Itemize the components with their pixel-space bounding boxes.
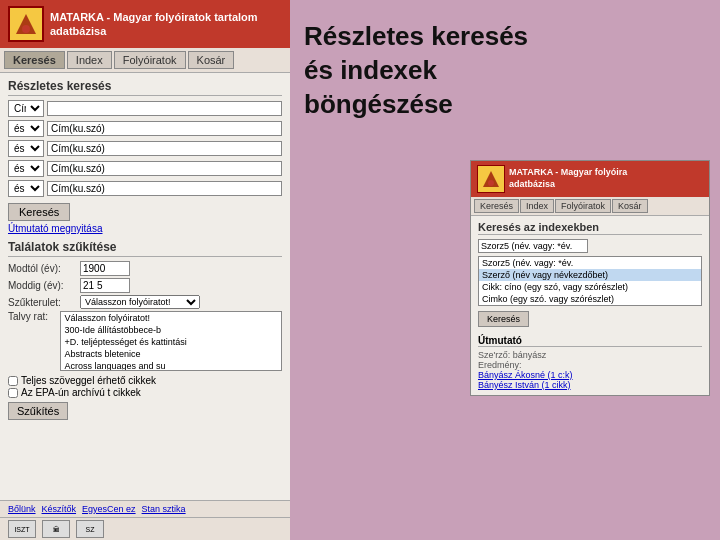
mini-logo: [477, 165, 505, 193]
checkbox-epa[interactable]: [8, 388, 18, 398]
szakteru-label: Szűkterulet:: [8, 297, 76, 308]
tol-input[interactable]: [80, 261, 130, 276]
app-title: MATARKA - Magyar folyóiratok tartalom ad…: [50, 10, 258, 39]
search-input-5[interactable]: [47, 181, 282, 196]
mini-title-line1: MATARKA - Magyar folyóira: [509, 167, 627, 179]
slide-title-line3: böngészése: [304, 89, 453, 119]
folyoirat-list[interactable]: Válasszon folyóiratot! 300-Ide állítástö…: [60, 311, 282, 371]
search-row-3: és: [8, 140, 282, 157]
ig-input[interactable]: [80, 278, 130, 293]
search-row-4: és: [8, 160, 282, 177]
folyoirat-label: Talvy rat:: [8, 311, 56, 322]
mini-mutato-title: Útmutató: [478, 335, 702, 347]
logo-iszt: ISZT: [8, 520, 36, 538]
search-row-5: és: [8, 180, 282, 197]
szukites-title: Találatok szűkítése: [8, 240, 282, 257]
mini-header: MATARKA - Magyar folyóira adatbázisa: [471, 161, 709, 197]
search-select-5[interactable]: és: [8, 180, 44, 197]
checkbox-teljes[interactable]: [8, 376, 18, 386]
search-input-2[interactable]: [47, 121, 282, 136]
app-header: MATARKA - Magyar folyóiratok tartalom ad…: [0, 0, 290, 48]
nav-btn-index[interactable]: Index: [67, 51, 112, 69]
search-row-2: és: [8, 120, 282, 137]
mini-app-title: MATARKA - Magyar folyóira adatbázisa: [509, 167, 627, 190]
search-input-3[interactable]: [47, 141, 282, 156]
mini-title-line2: adatbázisa: [509, 179, 627, 191]
mini-dropdown[interactable]: Szorz5 (név. vagy: *év. Szerző (név vagy…: [478, 256, 702, 306]
slide-title-line1: Részletes keresés: [304, 21, 528, 51]
mini-search-row-1: [478, 239, 702, 253]
nav-btn-folyóiratok[interactable]: Folyóiratok: [114, 51, 186, 69]
list-item[interactable]: Válasszon folyóiratot!: [61, 312, 281, 324]
ig-row: Moddig (év):: [8, 278, 282, 293]
list-item[interactable]: Abstracts bletenice: [61, 348, 281, 360]
slide-title-line2: és indexek: [304, 55, 437, 85]
checkbox-teljes-label: Teljes szöveggel érhető cikkek: [21, 375, 156, 386]
mini-szerzo-label: Sze'rző: bányász: [478, 350, 702, 360]
slide-title: Részletes keresés és indexek böngészése: [304, 20, 528, 121]
bottom-nav: Bőlünk Készítők EgyesCen ez Stan sztika: [0, 500, 290, 517]
nav-btn-keresés[interactable]: Keresés: [4, 51, 65, 69]
left-panel: MATARKA - Magyar folyóiratok tartalom ad…: [0, 0, 290, 540]
folyoirat-row: Talvy rat: Válasszon folyóiratot! 300-Id…: [8, 311, 282, 373]
mini-content: Keresés az indexekben Szorz5 (név. vagy:…: [471, 216, 709, 395]
mini-index-title: Keresés az indexekben: [478, 221, 702, 235]
svg-point-2: [22, 25, 30, 33]
search-input-1[interactable]: [47, 101, 282, 116]
list-item[interactable]: Cimko (egy szó. vagy szórészlet): [479, 293, 701, 305]
search-input-4[interactable]: [47, 161, 282, 176]
panel-content: Részletes keresés Cím(ku.szó) és és és: [0, 73, 290, 500]
app-logo: [8, 6, 44, 42]
search-row-1: Cím(ku.szó): [8, 100, 282, 117]
list-item[interactable]: +D. teljéptességet és kattintási: [61, 336, 281, 348]
logo-2: 🏛: [42, 520, 70, 538]
szukites-section: Találatok szűkítése Modtól (év): Moddig …: [8, 240, 282, 420]
mutato-link[interactable]: Útmutató megnyitása: [8, 223, 282, 234]
mini-eredmeny-label: Eredmény:: [478, 360, 702, 370]
mini-mutato-section: Útmutató Sze'rző: bányász Eredmény: Bány…: [478, 335, 702, 390]
search-select-4[interactable]: és: [8, 160, 44, 177]
checkbox-epa-row: Az EPA-ún archívú t cikkek: [8, 387, 282, 398]
list-item[interactable]: 300-Ide állítástöbbece-b: [61, 324, 281, 336]
checkbox-teljes-row: Teljes szöveggel érhető cikkek: [8, 375, 282, 386]
mini-nav-kosár[interactable]: Kosár: [612, 199, 648, 213]
bottom-nav-sztika[interactable]: Stan sztika: [142, 504, 186, 514]
tol-row: Modtól (év):: [8, 261, 282, 276]
logo-szechenyi: SZ: [76, 520, 104, 538]
mini-search-input[interactable]: [478, 239, 588, 253]
mini-result-2[interactable]: Bányész István (1 cikk): [478, 380, 702, 390]
app-title-line1: MATARKA - Magyar folyóiratok tartalom: [50, 10, 258, 24]
bottom-nav-bolunk[interactable]: Bőlünk: [8, 504, 36, 514]
search-select-2[interactable]: és: [8, 120, 44, 137]
mini-nav-folyóiratok[interactable]: Folyóiratok: [555, 199, 611, 213]
right-panel: Részletes keresés és indexek böngészése …: [290, 0, 720, 540]
mini-search-button[interactable]: Keresés: [478, 311, 529, 327]
mini-nav: Keresés Index Folyóiratok Kosár: [471, 197, 709, 216]
reszletes-title: Részletes keresés: [8, 79, 282, 96]
list-item[interactable]: Across languages and su: [61, 360, 281, 371]
mini-nav-keresés[interactable]: Keresés: [474, 199, 519, 213]
keresés-button[interactable]: Keresés: [8, 203, 70, 221]
szukites-button[interactable]: Szűkítés: [8, 402, 68, 420]
nav-bar: Keresés Index Folyóiratok Kosár: [0, 48, 290, 73]
mini-result-1[interactable]: Bányász Ákosné (1 c:k): [478, 370, 702, 380]
tol-label: Modtól (év):: [8, 263, 76, 274]
footer-logos: ISZT 🏛 SZ: [0, 517, 290, 540]
mini-app-window: MATARKA - Magyar folyóira adatbázisa Ker…: [470, 160, 710, 396]
list-item[interactable]: Szerző (név vagy névkezdőbet): [479, 269, 701, 281]
checkbox-epa-label: Az EPA-ún archívú t cikkek: [21, 387, 141, 398]
szakteru-row: Szűkterulet: Válasszon folyóiratot!: [8, 295, 282, 309]
svg-point-5: [488, 180, 494, 186]
app-title-line2: adatbázisa: [50, 24, 258, 38]
search-select-1[interactable]: Cím(ku.szó): [8, 100, 44, 117]
list-item[interactable]: Cikk: cíno (egy szó, vagy szórészlet): [479, 281, 701, 293]
bottom-nav-egyescenez[interactable]: EgyesCen ez: [82, 504, 136, 514]
nav-btn-kosár[interactable]: Kosár: [188, 51, 235, 69]
list-item[interactable]: Szorz5 (név. vagy: *év.: [479, 257, 701, 269]
search-select-3[interactable]: és: [8, 140, 44, 157]
bottom-nav-keszitok[interactable]: Készítők: [42, 504, 77, 514]
szakteru-select[interactable]: Válasszon folyóiratot!: [80, 295, 200, 309]
ig-label: Moddig (év):: [8, 280, 76, 291]
mini-nav-index[interactable]: Index: [520, 199, 554, 213]
